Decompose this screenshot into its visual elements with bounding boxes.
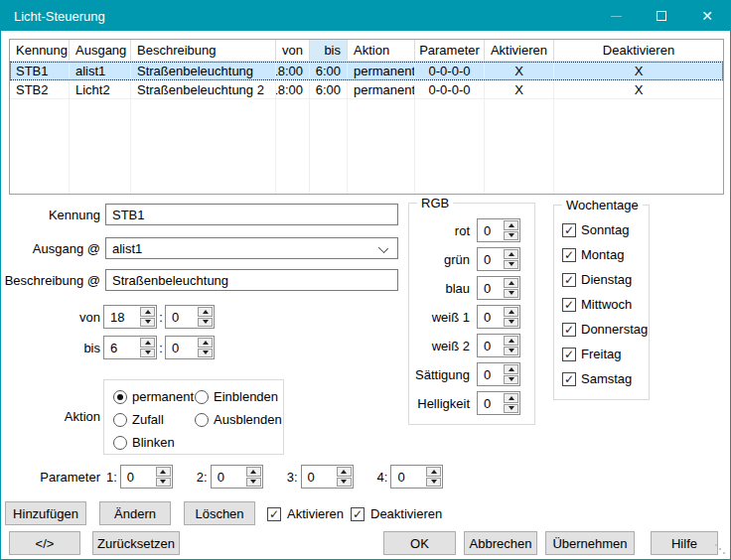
radio-ausblenden[interactable]: Ausblenden [195, 412, 282, 427]
code-button[interactable]: </> [9, 531, 80, 555]
spinner-up-icon[interactable] [140, 338, 155, 348]
deaktivieren-checkbox[interactable]: Deaktivieren [351, 506, 442, 521]
checkbox-dienstag[interactable]: Dienstag [562, 267, 649, 292]
spinner-down-icon[interactable] [504, 231, 518, 241]
parameter-2-label: 2: [197, 470, 208, 485]
wochentage-group: Wochentage Sonntag Montag Dienstag Mittw… [553, 205, 650, 400]
weiss2-spinner[interactable]: 0 [477, 334, 520, 357]
spinner-up-icon[interactable] [198, 338, 213, 348]
spinner-down-icon[interactable] [198, 349, 213, 358]
col-header-von[interactable]: von [276, 40, 310, 61]
ausgang-dropdown[interactable]: alist1 [105, 237, 398, 259]
parameter-1: 1: 0 [106, 465, 173, 489]
resize-grip[interactable] [715, 544, 717, 546]
radio-icon [113, 436, 127, 450]
spinner-up-icon[interactable] [426, 467, 441, 477]
table-row[interactable]: STB1 alist1 Straßenbeleuchtung 18:00 6:0… [10, 62, 723, 80]
beschreibung-input[interactable] [105, 269, 398, 291]
spinner-down-icon[interactable] [504, 375, 518, 385]
gruen-spinner[interactable]: 0 [477, 247, 520, 271]
checkbox-sonntag[interactable]: Sonntag [562, 217, 649, 242]
spinner-up-icon[interactable] [198, 307, 213, 317]
radio-einblenden[interactable]: Einblenden [195, 389, 278, 404]
checkbox-mittwoch[interactable]: Mittwoch [562, 292, 649, 317]
weiss1-spinner[interactable]: 0 [477, 305, 520, 329]
spinner-up-icon[interactable] [156, 467, 171, 477]
checkbox-donnerstag[interactable]: Donnerstag [562, 317, 649, 342]
bis-hour-spinner[interactable]: 6 [103, 336, 157, 359]
von-time-separator: : [157, 310, 165, 325]
spinner-up-icon[interactable] [504, 393, 518, 403]
maximize-button[interactable] [639, 1, 684, 31]
spinner-down-icon[interactable] [504, 318, 518, 328]
col-header-aktivieren[interactable]: Aktivieren [485, 40, 554, 61]
uebernehmen-button[interactable]: Übernehmen [545, 531, 635, 555]
saettigung-spinner[interactable]: 0 [477, 362, 520, 386]
spinner-up-icon[interactable] [140, 307, 155, 317]
checkbox-montag[interactable]: Montag [562, 242, 649, 267]
spinner-up-icon[interactable] [504, 307, 518, 317]
abbrechen-button[interactable]: Abbrechen [464, 531, 537, 555]
hinzufuegen-button[interactable]: Hinzufügen [5, 501, 86, 525]
cell-kennung: STB1 [10, 62, 70, 80]
von-hour-spinner[interactable]: 18 [103, 305, 157, 329]
kennung-input[interactable] [105, 204, 398, 225]
col-header-bis[interactable]: bis [310, 40, 348, 61]
radio-blinken[interactable]: Blinken [113, 435, 175, 450]
spinner-down-icon[interactable] [156, 478, 171, 488]
parameter-4-spinner[interactable]: 0 [390, 465, 443, 489]
col-header-aktion[interactable]: Aktion [348, 40, 415, 61]
col-header-parameter[interactable]: Parameter [415, 40, 485, 61]
blau-spinner[interactable]: 0 [477, 276, 520, 300]
rgb-helligkeit: Helligkeit 0 [409, 391, 526, 415]
spinner-down-icon[interactable] [337, 478, 352, 488]
maximize-icon [657, 11, 666, 21]
spinner-up-icon[interactable] [504, 364, 518, 374]
spinner-down-icon[interactable] [504, 347, 518, 356]
bis-minute-spinner[interactable]: 0 [165, 336, 215, 359]
table-row[interactable]: STB2 Licht2 Straßenbeleuchtung 2 18:00 6… [10, 80, 723, 99]
aktivieren-checkbox[interactable]: Aktivieren [267, 506, 344, 521]
spinner-up-icon[interactable] [504, 278, 518, 288]
spinner-down-icon[interactable] [504, 404, 518, 414]
rot-spinner[interactable]: 0 [477, 218, 520, 242]
ok-button[interactable]: OK [383, 531, 456, 555]
spinner-up-icon[interactable] [504, 336, 518, 346]
parameter-3-spinner[interactable]: 0 [301, 465, 354, 489]
checkbox-samstag[interactable]: Samstag [562, 366, 649, 391]
spinner-down-icon[interactable] [246, 478, 261, 488]
col-header-ausgang[interactable]: Ausgang [70, 40, 131, 61]
close-button[interactable]: ✕ [684, 1, 730, 31]
radio-zufall[interactable]: Zufall [113, 412, 164, 427]
chevron-down-icon [378, 243, 388, 253]
zuruecksetzen-button[interactable]: Zurücksetzen [92, 531, 180, 555]
col-header-beschreibung[interactable]: Beschreibung [131, 40, 276, 61]
weiss1-label: weiß 1 [409, 310, 477, 325]
parameter-1-spinner[interactable]: 0 [120, 465, 173, 489]
col-header-kennung[interactable]: Kennung [10, 40, 70, 61]
spinner-down-icon[interactable] [140, 318, 155, 328]
loeschen-button[interactable]: Löschen [184, 501, 255, 525]
parameter-2-spinner[interactable]: 0 [211, 465, 263, 489]
blau-label: blau [409, 281, 477, 296]
spinner-down-icon[interactable] [504, 260, 518, 270]
spinner-up-icon[interactable] [337, 467, 352, 477]
checkbox-icon [562, 372, 576, 386]
radio-label: Ausblenden [214, 412, 282, 427]
von-minute-spinner[interactable]: 0 [165, 305, 215, 329]
spinner-up-icon[interactable] [504, 220, 518, 230]
spinner-up-icon[interactable] [504, 249, 518, 259]
radio-permanent[interactable]: permanent [113, 389, 194, 404]
aendern-button[interactable]: Ändern [99, 501, 171, 525]
checkbox-icon [562, 323, 576, 337]
helligkeit-spinner[interactable]: 0 [477, 391, 520, 415]
spinner-down-icon[interactable] [426, 478, 441, 488]
spinner-down-icon[interactable] [504, 289, 518, 299]
checkbox-freitag[interactable]: Freitag [562, 342, 649, 366]
spinner-down-icon[interactable] [140, 349, 155, 358]
hilfe-button[interactable]: Hilfe [651, 531, 718, 555]
col-header-deaktivieren[interactable]: Deaktivieren [554, 40, 723, 61]
kennung-label: Kennung [1, 208, 100, 222]
spinner-down-icon[interactable] [198, 318, 213, 328]
spinner-up-icon[interactable] [246, 467, 261, 477]
